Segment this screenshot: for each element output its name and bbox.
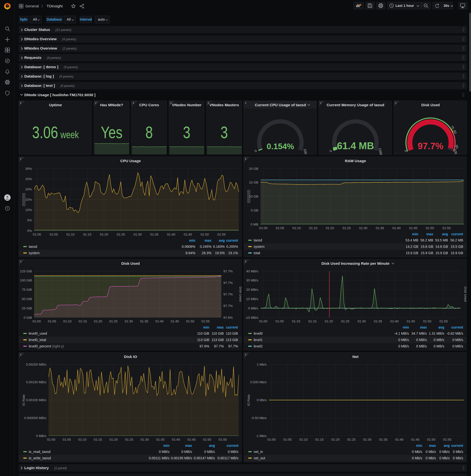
svg-text:20%: 20% — [25, 187, 32, 191]
svg-text:VNodes Masters: VNodes Masters — [209, 103, 239, 107]
svg-text:0 Mb/s: 0 Mb/s — [426, 456, 436, 460]
svg-text:0 Mb/s: 0 Mb/s — [439, 450, 450, 454]
svg-text:01:25: 01:25 — [347, 438, 356, 442]
svg-text:15 GB: 15 GB — [249, 181, 258, 184]
svg-text:max: max — [205, 238, 211, 242]
svg-text:01:15: 01:15 — [79, 320, 87, 323]
svg-text:01:15: 01:15 — [94, 438, 102, 442]
svg-text:8: 8 — [146, 123, 153, 142]
svg-text:15.9 GB: 15.9 GB — [436, 251, 448, 255]
svg-text:01:30: 01:30 — [357, 320, 366, 323]
svg-text:01:40: 01:40 — [172, 438, 180, 442]
svg-text:100: 100 — [453, 149, 458, 154]
svg-text:0.500 Mb/s: 0.500 Mb/s — [250, 380, 267, 384]
svg-text:14.8 GB: 14.8 GB — [436, 245, 448, 249]
svg-text:current: current — [227, 444, 239, 447]
svg-text:75 GiB: 75 GiB — [22, 288, 32, 291]
svg-text:113 GiB: 113 GiB — [197, 338, 209, 342]
svg-text:01:45: 01:45 — [409, 226, 418, 230]
svg-text:01:35: 01:35 — [376, 226, 384, 230]
svg-text:total: total — [254, 251, 260, 255]
svg-text:01:50: 01:50 — [186, 320, 194, 323]
svg-text:15.9 GB: 15.9 GB — [421, 251, 433, 255]
svg-text:avg: avg — [219, 238, 225, 242]
svg-text:taosd: taosd — [254, 238, 262, 242]
svg-text:34.7 MB/s: 34.7 MB/s — [411, 331, 427, 335]
svg-text:01:05: 01:05 — [276, 226, 284, 230]
svg-text:Uptime: Uptime — [49, 103, 62, 107]
svg-text:0 Mb/s: 0 Mb/s — [257, 398, 267, 402]
svg-text:40 MB/s: 40 MB/s — [246, 269, 258, 273]
svg-text:Disk Used: Disk Used — [239, 287, 242, 302]
svg-text:01:15: 01:15 — [308, 320, 317, 323]
svg-text:max: max — [185, 444, 192, 447]
svg-text:min: min — [203, 325, 209, 329]
svg-text:0.00111 MB/s: 0.00111 MB/s — [149, 456, 169, 460]
svg-text:15.9 GB: 15.9 GB — [406, 251, 418, 255]
svg-text:100: 100 — [303, 149, 308, 154]
svg-text:avg: avg — [438, 325, 444, 329]
svg-text:97.6%: 97.6% — [200, 344, 209, 348]
svg-text:01:50: 01:50 — [201, 233, 209, 236]
svg-text:0 Mb/s: 0 Mb/s — [426, 450, 436, 454]
svg-text:01:50: 01:50 — [203, 438, 211, 442]
svg-text:Disk Used Increasing Rate per: Disk Used Increasing Rate per Minute — [321, 261, 389, 266]
svg-text:01:30: 01:30 — [363, 438, 372, 442]
svg-text:0 MB/s: 0 MB/s — [434, 344, 444, 348]
svg-text:0.0808%: 0.0808% — [182, 245, 195, 249]
svg-text:3: 3 — [183, 123, 190, 142]
svg-text:level2: level2 — [254, 344, 263, 348]
svg-text:25%: 25% — [25, 177, 32, 181]
svg-text:0 MB/s: 0 MB/s — [181, 450, 192, 454]
svg-text:10 MB/s: 10 MB/s — [246, 297, 258, 301]
svg-text:0 MB/s: 0 MB/s — [452, 338, 463, 342]
svg-text:19.5%: 19.5% — [215, 251, 225, 255]
svg-text:01:10: 01:10 — [299, 438, 308, 442]
svg-text:01:10: 01:10 — [66, 233, 75, 236]
svg-text:01:30: 01:30 — [125, 320, 133, 323]
svg-text:01:15: 01:15 — [309, 226, 318, 230]
svg-text:01:25: 01:25 — [342, 226, 351, 230]
svg-text:0.00150 MB/s: 0.00150 MB/s — [26, 380, 47, 384]
svg-text:0 Mb/s: 0 Mb/s — [453, 450, 463, 454]
svg-text:01:00: 01:00 — [259, 226, 267, 230]
svg-text:01:55: 01:55 — [440, 320, 448, 323]
svg-text:01:40: 01:40 — [395, 438, 404, 442]
svg-text:01:35: 01:35 — [150, 233, 158, 236]
svg-text:min: min — [416, 444, 422, 447]
svg-text:CPU Usage: CPU Usage — [120, 159, 141, 163]
svg-text:5%: 5% — [27, 218, 32, 222]
svg-text:01:35: 01:35 — [140, 320, 148, 323]
svg-text:8.64%: 8.64% — [185, 251, 195, 255]
svg-text:0 GiB: 0 GiB — [24, 316, 32, 320]
svg-text:0: 0 — [254, 149, 258, 153]
svg-text:Disk Used: Disk Used — [421, 103, 440, 107]
svg-text:level0_total: level0_total — [29, 338, 46, 342]
svg-text:01:00: 01:00 — [47, 438, 55, 442]
svg-text:0: 0 — [329, 149, 333, 153]
svg-text:0 MB/s: 0 MB/s — [416, 344, 427, 348]
svg-text:01:45: 01:45 — [411, 438, 420, 442]
svg-text:1589: 1589 — [378, 148, 383, 155]
svg-text:97.7%: 97.7% — [214, 344, 224, 348]
svg-text:10 GB: 10 GB — [249, 195, 258, 198]
svg-text:01:10: 01:10 — [78, 438, 87, 442]
svg-text:01:15: 01:15 — [83, 233, 91, 236]
svg-text:Disk IO: Disk IO — [124, 355, 137, 359]
svg-text:01:35: 01:35 — [379, 438, 387, 442]
svg-text:113 GiB: 113 GiB — [211, 338, 224, 342]
svg-text:0%: 0% — [27, 229, 32, 233]
svg-text:01:05: 01:05 — [50, 233, 58, 236]
svg-text:0 MB/s: 0 MB/s — [248, 306, 258, 310]
svg-text:Net: Net — [353, 355, 359, 359]
svg-text:0 Mb/s: 0 Mb/s — [412, 450, 422, 454]
svg-text:15.5 GB: 15.5 GB — [451, 245, 463, 249]
svg-text:10%: 10% — [25, 208, 32, 212]
svg-text:53.5 MB: 53.5 MB — [435, 238, 448, 242]
svg-text:avg: avg — [442, 232, 448, 236]
svg-text:01:10: 01:10 — [63, 320, 72, 323]
svg-text:0.154%: 0.154% — [267, 142, 294, 151]
svg-text:0.00100 MB/s: 0.00100 MB/s — [26, 398, 47, 402]
svg-text:system: system — [254, 245, 265, 249]
svg-text:current: current — [226, 238, 238, 242]
